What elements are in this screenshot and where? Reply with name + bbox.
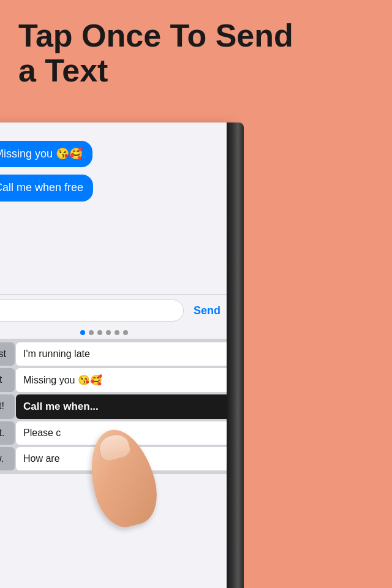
finger-nail (96, 431, 132, 463)
qr-left-4[interactable]: ow. (0, 447, 15, 470)
qr-right-2[interactable]: Call me when... (16, 394, 230, 419)
dot-4 (106, 330, 111, 335)
qr-left-2[interactable]: ost! (0, 394, 15, 419)
qr-left-0[interactable]: illest (0, 342, 15, 366)
dot-5 (115, 330, 119, 335)
qr-row-1: art Missing you 😘🥰 (0, 367, 233, 393)
qr-row-2: ost! Call me when... (0, 393, 233, 420)
qr-left-1[interactable]: art (0, 368, 15, 392)
message-bubble-1: Missing you 😘🥰 (0, 141, 92, 167)
header-line1: Tap Once To Send (18, 18, 293, 53)
qr-right-0[interactable]: I'm running late (16, 342, 230, 366)
dot-6 (123, 330, 128, 335)
header-title: Tap Once To Send a Text (18, 18, 293, 88)
finger-overlay (92, 429, 172, 551)
dot-1 (80, 330, 85, 335)
qr-left-3[interactable]: ght. (0, 421, 15, 445)
qr-right-1[interactable]: Missing you 😘🥰 (16, 368, 230, 392)
message-bubble-2: Call me when free (0, 175, 93, 201)
qr-row-0: illest I'm running late (0, 341, 233, 367)
message-input[interactable] (0, 300, 184, 322)
pagination-dots (0, 326, 233, 339)
messages-area: Missing you 😘🥰 Call me when free (0, 123, 233, 294)
input-bar: Send (0, 294, 233, 326)
finger-shape (80, 423, 165, 533)
send-button[interactable]: Send (189, 302, 225, 320)
phone-edge (227, 123, 244, 588)
dot-3 (97, 330, 102, 335)
dot-2 (89, 330, 94, 335)
header-line2: a Text (18, 53, 108, 88)
